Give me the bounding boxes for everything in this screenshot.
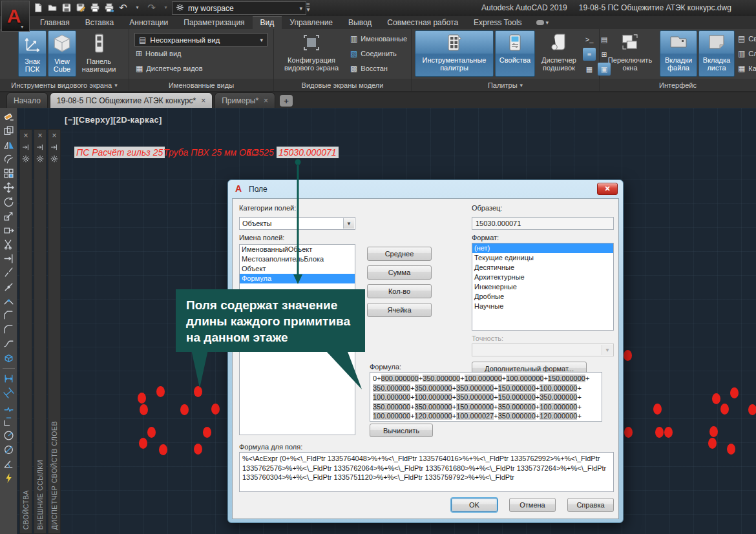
dim-diameter-icon[interactable] [3,444,14,455]
aggregate-button-2[interactable]: Кол-во [367,284,432,298]
dim-aligned-icon[interactable] [3,387,14,398]
format-item-2[interactable]: Десятичные [472,263,613,272]
quick-dim-icon[interactable] [3,473,14,484]
viewcube-button[interactable]: View Cube [48,30,76,77]
close-icon[interactable]: × [20,130,32,141]
rotate-icon[interactable] [3,196,14,207]
close-tab-icon[interactable]: × [264,96,268,105]
break-icon[interactable] [3,267,14,278]
close-icon[interactable]: × [48,130,60,141]
redo-icon[interactable]: ↷ [146,2,157,13]
save-as-icon[interactable] [75,2,86,13]
properties-gear-icon[interactable] [34,153,46,165]
undo-icon[interactable]: ↶ [118,2,129,13]
viewport-controls[interactable]: [−][Сверху][2D-каркас] [65,115,162,125]
field-name-item-2[interactable]: Объект [240,264,355,274]
cancel-button[interactable]: Отмена [509,498,556,512]
tool-palettes-button[interactable]: Инструментальные палитры [415,30,494,77]
panel-caption[interactable]: Палитры [412,79,599,91]
close-icon[interactable]: ✕ [597,183,618,195]
field-expression-box[interactable]: %<\AcExpr (0+%<\_FldPtr 1335764048>%+%<\… [239,452,614,492]
application-menu-button[interactable]: A ▾ [1,1,30,32]
auto-hide-icon[interactable] [20,141,32,153]
view-combo[interactable]: ▤ Несохраненный вид [134,33,268,46]
close-icon[interactable]: × [34,130,46,141]
format-list[interactable]: (нет)Текущие единицыДесятичныеАрхитектур… [472,243,614,331]
properties-gear-icon[interactable] [48,153,60,165]
dim-angular-icon[interactable] [3,458,14,469]
new-tab-button[interactable]: + [280,95,293,107]
plot-icon[interactable] [103,2,114,13]
ribbon-tab-2[interactable]: Аннотации [121,16,176,29]
file-tab-2[interactable]: Примеры*× [215,92,275,108]
format-item-3[interactable]: Архитектурные [472,272,613,282]
field-name-item-0[interactable]: ИменованныйОбъект [240,245,355,254]
aggregate-button-3[interactable]: Ячейка [367,303,432,317]
view-manager-item[interactable]: ▦ Диспетчер видов [136,64,203,73]
workspace-selector[interactable]: my worspace [172,1,306,15]
new-file-icon[interactable] [32,2,43,13]
copy-icon[interactable] [3,125,14,136]
save-icon[interactable] [61,2,72,13]
tile-horizontally-item[interactable]: ▤ Св [738,34,756,43]
matrix-icon[interactable]: ▦ [583,63,596,76]
array-icon[interactable] [3,168,14,179]
ribbon-tab-8[interactable]: Express Tools [466,16,529,29]
ribbon-tab-7[interactable]: Совместная работа [379,16,466,29]
scale-icon[interactable] [3,211,14,221]
tile-vertically-item[interactable]: ▥ Сл [738,49,756,58]
navigation-bar-button[interactable]: Панель навигации [78,30,120,77]
ribbon-tab-5[interactable]: Управление [282,16,341,29]
ribbon-tab-1[interactable]: Вставка [78,16,122,29]
offset-icon[interactable] [3,154,14,165]
aggregate-button-0[interactable]: Среднее [367,247,432,261]
caret-dim-icon[interactable]: ▾ [160,2,171,13]
field-name-item-1[interactable]: МестозаполнительБлока [240,254,355,264]
file-tab-0[interactable]: Начало [6,92,48,108]
help-button[interactable]: Справка [567,498,614,512]
close-tab-icon[interactable]: × [201,96,205,105]
palette-strip-2[interactable]: ×ДИСПЕТЧЕР СВОЙСТВ СЛОЕВ [48,129,61,534]
layer-states-icon[interactable]: ≡ [583,48,596,61]
dim-radius-icon[interactable] [3,430,14,441]
ribbon-options-button[interactable]: ▾ [536,16,549,29]
join-viewports-item[interactable]: ▧ Соединить [350,49,397,58]
stretch-icon[interactable] [3,225,14,236]
break-at-point-icon[interactable] [3,282,14,293]
chamfer-icon[interactable] [3,310,14,321]
file-tab-1[interactable]: 19-08-5 ПС Общежитие АТЭК конкурс*× [50,92,213,108]
file-tabs-button[interactable]: Вкладки файла [660,30,697,77]
new-view-item[interactable]: ⊞ Новый вид [136,49,181,58]
properties-gear-icon[interactable] [20,153,32,165]
caret-icon[interactable]: ▾ [132,2,143,13]
ucs-icon-button[interactable]: Знак ПСК [18,30,47,77]
mirror-icon[interactable] [3,139,14,150]
dialog-title-bar[interactable]: A Поле ✕ [228,180,623,198]
palette-strip-0[interactable]: ×СВОЙСТВА [19,129,32,534]
explode-icon[interactable] [3,353,14,364]
qat-customize-icon[interactable]: ≡▾ [304,3,313,12]
properties-palette-button[interactable]: Свойства [495,30,535,77]
field-name-item-3[interactable]: Формула [240,274,355,283]
format-item-5[interactable]: Дробные [472,292,613,302]
field-category-combo[interactable]: Объекты ▼ [239,217,355,230]
aggregate-button-1[interactable]: Сумма [367,265,432,280]
ribbon-tab-0[interactable]: Главная [32,16,78,29]
format-item-1[interactable]: Текущие единицы [472,253,613,263]
panel-caption[interactable]: Именованные виды [129,79,273,91]
move-icon[interactable] [3,182,14,193]
eraser-icon[interactable] [3,111,14,122]
print-icon[interactable] [89,2,100,13]
extend-icon[interactable] [3,253,14,264]
restore-viewport-item[interactable]: ▩ Восстан [350,64,388,73]
join-icon[interactable] [3,296,14,307]
switch-windows-button[interactable]: Переключить окна [602,30,658,77]
ribbon-tab-3[interactable]: Параметризация [176,16,252,29]
trim-icon[interactable] [3,239,14,250]
panel-caption[interactable]: Видовые экраны модели [274,79,411,91]
dim-ordinate-icon[interactable] [3,416,14,427]
format-item-6[interactable]: Научные [472,302,613,311]
cascade-item[interactable]: ▦ Ка [738,64,756,73]
evaluate-button[interactable]: Вычислить [370,424,433,437]
auto-hide-icon[interactable] [34,141,46,153]
